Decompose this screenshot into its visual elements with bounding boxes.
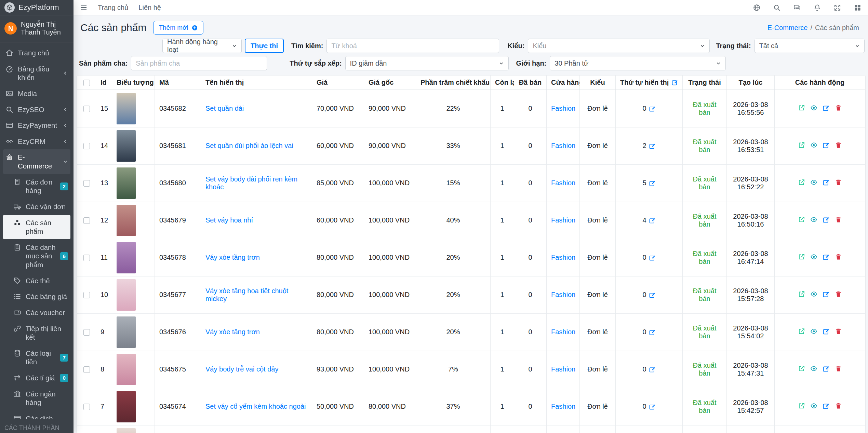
topnav-link-contact[interactable]: Liên hệ xyxy=(138,4,161,12)
order-edit-icon[interactable] xyxy=(649,180,656,187)
trash-icon[interactable] xyxy=(835,104,842,111)
view-eye-icon[interactable] xyxy=(810,290,817,298)
sidebar-item-các-tỉ-giá[interactable]: Các tỉ giá 0 xyxy=(3,370,70,386)
trash-icon[interactable] xyxy=(835,328,842,335)
store-link[interactable]: Fashion xyxy=(551,254,575,261)
edit-icon[interactable] xyxy=(671,79,678,86)
product-name-link[interactable]: Váy xòe tầng họa tiết chuột mickey xyxy=(205,287,288,302)
brand[interactable]: EzyPlatform xyxy=(0,0,74,15)
order-edit-icon[interactable] xyxy=(649,329,656,336)
store-link[interactable]: Fashion xyxy=(551,179,575,187)
store-link[interactable]: Fashion xyxy=(551,365,575,373)
edit-icon[interactable] xyxy=(823,179,830,186)
product-image[interactable] xyxy=(117,354,136,385)
row-checkbox[interactable] xyxy=(83,106,90,112)
open-external-icon[interactable] xyxy=(798,179,805,186)
expand-icon[interactable] xyxy=(833,4,841,12)
limit-select[interactable]: 30 Phần tử xyxy=(550,56,726,70)
edit-icon[interactable] xyxy=(823,216,830,223)
trash-icon[interactable] xyxy=(835,365,842,372)
store-link[interactable]: Fashion xyxy=(551,105,575,112)
status-select[interactable]: Tất cả xyxy=(755,39,865,53)
view-eye-icon[interactable] xyxy=(810,141,817,149)
store-link[interactable]: Fashion xyxy=(551,403,575,410)
bell-icon[interactable] xyxy=(813,4,821,12)
order-edit-icon[interactable] xyxy=(649,143,656,149)
row-checkbox[interactable] xyxy=(83,255,90,261)
product-name-link[interactable]: Váy body trễ vai cột dây xyxy=(205,365,278,373)
sidebar-item-bảng-điều-khiển[interactable]: Bảng điều khiển xyxy=(3,61,70,85)
trash-icon[interactable] xyxy=(835,216,842,223)
sidebar-item-các-ngân-hàng[interactable]: Các ngân hàng xyxy=(3,386,70,410)
sidebar-item-tiếp-thị-liên-kết[interactable]: Tiếp thị liên kết xyxy=(3,321,70,345)
store-link[interactable]: Fashion xyxy=(551,142,575,149)
order-edit-icon[interactable] xyxy=(649,217,656,224)
sidebar-item-các-bảng-giá[interactable]: Các bảng giá xyxy=(3,289,70,305)
product-name-link[interactable]: Váy xòe tầng trơn xyxy=(205,254,260,261)
edit-icon[interactable] xyxy=(823,290,830,298)
order-edit-icon[interactable] xyxy=(649,292,656,298)
row-checkbox[interactable] xyxy=(83,180,90,187)
row-checkbox[interactable] xyxy=(83,292,90,298)
globe-icon[interactable] xyxy=(753,4,761,12)
open-external-icon[interactable] xyxy=(798,365,805,372)
sort-select[interactable]: ID giảm dần xyxy=(345,56,509,70)
trash-icon[interactable] xyxy=(835,253,842,260)
sidebar-item-các-đơn-hàng[interactable]: Các đơn hàng 2 xyxy=(3,174,70,199)
view-eye-icon[interactable] xyxy=(810,216,817,223)
product-name-link[interactable]: Set quần dài xyxy=(205,105,244,112)
sidebar-item-các-vận-đơn[interactable]: Các vận đơn xyxy=(3,199,70,215)
open-external-icon[interactable] xyxy=(798,216,805,223)
view-eye-icon[interactable] xyxy=(810,253,817,260)
store-link[interactable]: Fashion xyxy=(551,291,575,298)
row-checkbox[interactable] xyxy=(83,366,90,373)
topnav-link-home[interactable]: Trang chủ xyxy=(98,4,128,12)
row-checkbox[interactable] xyxy=(83,404,90,410)
edit-icon[interactable] xyxy=(823,328,830,335)
open-external-icon[interactable] xyxy=(798,104,805,111)
comments-icon[interactable] xyxy=(793,4,801,12)
open-external-icon[interactable] xyxy=(798,290,805,298)
store-link[interactable]: Fashion xyxy=(551,328,575,336)
product-image[interactable] xyxy=(117,242,136,273)
sidebar-item-các-thẻ[interactable]: Các thẻ xyxy=(3,273,70,289)
sidebar-item-ezycrm[interactable]: EzyCRM xyxy=(3,134,70,149)
row-checkbox[interactable] xyxy=(83,217,90,224)
view-eye-icon[interactable] xyxy=(810,402,817,409)
sidebar-item-ezypayment[interactable]: EzyPayment xyxy=(3,118,70,133)
store-link[interactable]: Fashion xyxy=(551,216,575,224)
edit-icon[interactable] xyxy=(823,104,830,111)
select-all-checkbox[interactable] xyxy=(83,80,90,86)
sidebar-item-các-danh-mục-sản-phẩm[interactable]: Các danh mục sản phẩm 6 xyxy=(3,240,70,273)
open-external-icon[interactable] xyxy=(798,253,805,260)
sidebar-item-e-commerce[interactable]: E-Commerce xyxy=(3,149,70,174)
product-name-link[interactable]: Set váy cổ yếm kèm khoác ngoài xyxy=(205,403,306,410)
order-edit-icon[interactable] xyxy=(649,254,656,261)
view-eye-icon[interactable] xyxy=(810,104,817,111)
execute-button[interactable]: Thực thi xyxy=(245,39,284,53)
view-eye-icon[interactable] xyxy=(810,328,817,335)
parent-product-input[interactable] xyxy=(131,56,267,70)
user-panel[interactable]: N Nguyễn Thị Thanh Tuyền xyxy=(0,15,74,42)
breadcrumb-parent-link[interactable]: E-Commerce xyxy=(767,24,808,31)
product-name-link[interactable]: Set quần đùi phối áo lệch vai xyxy=(205,142,293,149)
product-name-link[interactable]: Set váy hoa nhí xyxy=(205,216,253,224)
order-edit-icon[interactable] xyxy=(649,366,656,373)
row-checkbox[interactable] xyxy=(83,329,90,336)
edit-icon[interactable] xyxy=(823,141,830,149)
sidebar-item-trang-chủ[interactable]: Trang chủ xyxy=(3,45,70,61)
product-image[interactable] xyxy=(117,391,136,422)
sidebar-item-các-dịch-vụ-thanh-toán[interactable]: Các dịch vụ thanh toán 5 xyxy=(3,411,70,419)
product-image[interactable] xyxy=(117,428,136,433)
product-image[interactable] xyxy=(117,316,136,348)
row-checkbox[interactable] xyxy=(83,143,90,149)
hamburger-menu-icon[interactable] xyxy=(80,4,88,11)
order-edit-icon[interactable] xyxy=(649,105,656,112)
trash-icon[interactable] xyxy=(835,402,842,409)
search-input[interactable] xyxy=(326,39,499,53)
open-external-icon[interactable] xyxy=(798,402,805,409)
product-image[interactable] xyxy=(117,130,136,162)
product-image[interactable] xyxy=(117,93,136,124)
sidebar-item-ezyseo[interactable]: EzySEO xyxy=(3,102,70,118)
edit-icon[interactable] xyxy=(823,365,830,372)
